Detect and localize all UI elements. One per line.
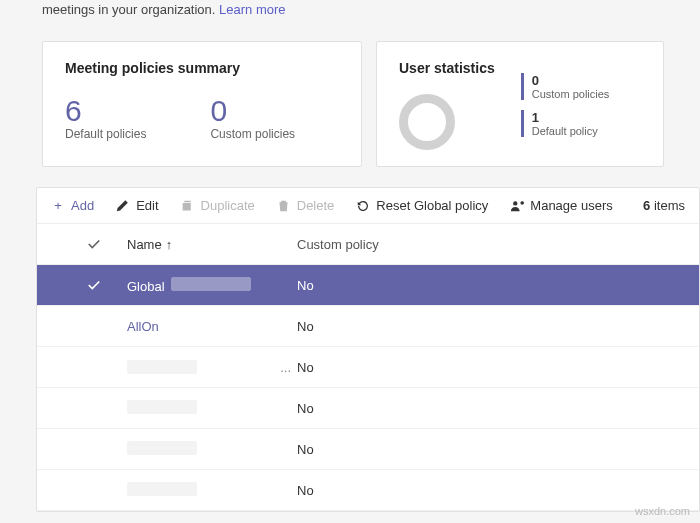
row-name-text: AllOn [127,319,159,334]
plus-icon: + [51,198,65,213]
stats-card: User statistics 0 Custom policies 1 Defa… [376,41,664,167]
reset-label: Reset Global policy [376,198,488,213]
summary-default-label: Default policies [65,127,146,141]
table-row[interactable]: ...No [37,347,699,388]
row-name [127,441,297,458]
table-row[interactable]: AllOnNo [37,306,699,347]
header-name-label: Name [127,237,162,252]
row-name[interactable]: AllOn [127,319,297,334]
table-header: Name ↑ Custom policy [37,224,699,265]
items-count-num: 6 [643,198,650,213]
row-custom: No [297,401,695,416]
pencil-icon [116,199,130,212]
row-custom: No [297,483,695,498]
add-button[interactable]: + Add [51,198,94,213]
row-custom: No [297,278,695,293]
toolbar: + Add Edit Duplicate Delete [37,188,699,224]
stat-default: 1 Default policy [521,110,610,137]
table-row[interactable]: No [37,429,699,470]
summary-title: Meeting policies summary [65,60,339,76]
edit-button[interactable]: Edit [116,198,158,213]
redacted-suffix [171,277,251,291]
stat-lines: 0 Custom policies 1 Default policy [521,73,610,137]
intro-fragment: meetings in your organization. [42,2,215,17]
header-name[interactable]: Name ↑ [127,237,297,252]
row-custom: No [297,360,695,375]
summary-card: Meeting policies summary 6 Default polic… [42,41,362,167]
delete-label: Delete [297,198,335,213]
trash-icon [277,199,291,212]
row-name-text: Global [127,279,165,294]
items-count-word: items [654,198,685,213]
stat-custom: 0 Custom policies [521,73,610,100]
copy-icon [181,199,195,212]
sort-asc-icon: ↑ [166,237,173,252]
row-name [127,482,297,499]
summary-custom-count: 0 [210,94,295,127]
stat-custom-label: Custom policies [532,88,610,100]
items-count: 6 items [643,198,685,213]
redacted-name [127,441,197,455]
summary-numbers: 6 Default policies 0 Custom policies [65,94,339,141]
row-name [127,400,297,417]
table-row[interactable]: GlobalNo [37,265,699,306]
learn-more-link[interactable]: Learn more [219,2,285,17]
manage-users-button[interactable]: Manage users [510,198,612,213]
donut-chart-icon [399,94,455,150]
edit-label: Edit [136,198,158,213]
stats-title: User statistics [399,60,495,76]
table-row[interactable]: No [37,388,699,429]
add-label: Add [71,198,94,213]
stat-default-label: Default policy [532,125,610,137]
redacted-name [127,482,197,496]
duplicate-button: Duplicate [181,198,255,213]
intro-text: meetings in your organization. Learn mor… [0,0,700,17]
page-root: meetings in your organization. Learn mor… [0,0,700,523]
row-check[interactable] [87,278,127,292]
row-name: ... [127,360,297,375]
ellipsis-icon: ... [280,360,297,375]
svg-point-0 [513,201,517,205]
policies-panel: + Add Edit Duplicate Delete [36,187,700,512]
redacted-name [127,400,197,414]
row-custom: No [297,319,695,334]
reset-icon [356,199,370,213]
reset-button[interactable]: Reset Global policy [356,198,488,213]
duplicate-label: Duplicate [201,198,255,213]
table-body: GlobalNoAllOnNo...NoNoNoNo [37,265,699,511]
header-check[interactable] [87,237,127,251]
header-custom[interactable]: Custom policy [297,237,695,252]
cards-row: Meeting policies summary 6 Default polic… [0,17,700,187]
row-custom: No [297,442,695,457]
redacted-name [127,360,197,374]
stat-custom-val: 0 [532,73,610,88]
manage-label: Manage users [530,198,612,213]
summary-default-count: 6 [65,94,146,127]
watermark: wsxdn.com [635,505,690,517]
stat-default-val: 1 [532,110,610,125]
people-icon [510,199,524,213]
summary-custom: 0 Custom policies [210,94,295,141]
summary-default: 6 Default policies [65,94,146,141]
summary-custom-label: Custom policies [210,127,295,141]
table-row[interactable]: No [37,470,699,511]
delete-button: Delete [277,198,335,213]
row-name: Global [127,277,297,294]
